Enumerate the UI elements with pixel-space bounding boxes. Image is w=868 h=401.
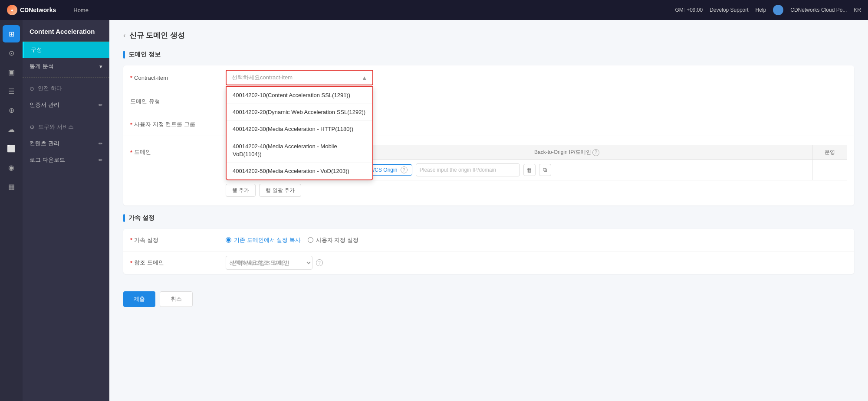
dropdown-option-3[interactable]: 40014202-40(Media Acceleration - Mobile … — [227, 138, 372, 163]
back-button[interactable]: ‹ — [123, 31, 126, 40]
origin-copy-btn[interactable]: ⧉ — [539, 164, 551, 176]
dropdown-option-2[interactable]: 40014202-30(Media Acceleration - HTTP(11… — [227, 121, 372, 138]
develop-support-link[interactable]: Develop Support — [710, 7, 748, 13]
app-layout: ⊞ ⊙ ▣ ☰ ⊛ ☁ ⬜ ◉ ▦ Content Acceleration 구… — [0, 20, 868, 401]
submit-row: 제출 취소 — [123, 283, 854, 316]
sidebar-item-log[interactable]: 로그 다운로드 ✏ — [23, 152, 109, 168]
origin-ip-input[interactable] — [416, 163, 520, 176]
add-row-buttons: 행 추가 행 일괄 추가 — [226, 184, 301, 197]
contract-item-dropdown-wrapper: 선택하세요contract-item ▲ 40014202-10(Content… — [226, 70, 373, 85]
add-row-btn[interactable]: 행 추가 — [226, 184, 256, 197]
edit-icon-content: ✏ — [99, 141, 102, 147]
sidebar-icon-dot[interactable]: ◉ — [3, 159, 20, 176]
sidebar-item-stats[interactable]: 통계 분석 — [23, 58, 109, 75]
sidebar-item-config[interactable]: 구성 — [23, 42, 109, 58]
section-bar — [123, 51, 125, 59]
sidebar-icons: ⊞ ⊙ ▣ ☰ ⊛ ☁ ⬜ ◉ ▦ — [0, 20, 23, 401]
lang-selector[interactable]: KR — [854, 7, 861, 13]
ref-domain-help-icon[interactable]: ? — [316, 259, 323, 266]
logo-text: CDNetworks — [20, 7, 56, 13]
origin-help-icon[interactable]: ? — [592, 149, 599, 156]
contract-item-label: * Contract-item — [123, 65, 219, 90]
sidebar-item-content[interactable]: 컨텐츠 관리 ✏ — [23, 135, 109, 152]
ref-domain-label: * 참조 도메인 — [123, 251, 219, 274]
domain-info-card: * Contract-item 선택하세요contract-item ▲ 400… — [123, 65, 854, 205]
accel-option1-label[interactable]: 기존 도메인에서 설정 복사 — [226, 236, 301, 244]
contract-item-row: * Contract-item 선택하세요contract-item ▲ 400… — [123, 65, 854, 90]
sidebar-item-cert[interactable]: 인증서 관리 ✏ — [23, 97, 109, 113]
accel-setting-value: 기존 도메인에서 설정 복사 사용자 지정 설정 — [219, 229, 854, 251]
chevron-up-icon: ▲ — [362, 75, 367, 81]
ref-domain-select[interactable]: 선택하세요참조 도메인 — [226, 256, 312, 270]
origin-delete-btn[interactable]: 🗑 — [523, 164, 536, 176]
origin-ops-cell — [812, 160, 847, 180]
submit-btn[interactable]: 제출 — [123, 291, 155, 307]
contract-item-dropdown-menu: 40014202-10(Content Acceleration SSL(129… — [226, 86, 373, 180]
origin-ops-header: 운영 — [812, 145, 847, 160]
ref-domain-value: 선택하세요참조 도메인 선택하세요참조 도메인 ? — [219, 251, 854, 274]
main-content: ‹ 신규 도메인 생성 도메인 정보 * Contract-item 선택하세요… — [109, 20, 868, 401]
accel-section-bar — [123, 214, 125, 222]
sidebar-item-security[interactable]: ⊙ 안전 하다 — [23, 80, 109, 97]
accel-setting-row: * 가속 설정 기존 도메인에서 설정 복사 사용자 지정 설정 — [123, 229, 854, 251]
top-nav: ● CDNetworks Home GMT+09:00 Develop Supp… — [0, 0, 868, 20]
sidebar-icon-table[interactable]: ▦ — [3, 178, 20, 195]
domain-type-label: 도메인 유형 — [123, 90, 219, 113]
dropdown-option-0[interactable]: 40014202-10(Content Acceleration SSL(129… — [227, 87, 372, 104]
ref-domain-select-wrapper: 선택하세요참조 도메인 선택하세요참조 도메인 ? — [226, 256, 323, 270]
edit-icon-log: ✏ — [99, 157, 102, 163]
sidebar-icon-gear: ⚙ — [30, 124, 35, 130]
dropdown-option-1[interactable]: 40014202-20(Dynamic Web Acceleration SSL… — [227, 104, 372, 121]
accel-section-title: 가속 설정 — [128, 214, 155, 222]
control-group-label: * 사용자 지정 컨트롤 그룹 — [123, 113, 219, 136]
help-link[interactable]: Help — [756, 7, 766, 13]
sidebar-icon-list[interactable]: ☰ — [3, 82, 20, 100]
sidebar-icon-lock[interactable]: ⊛ — [3, 101, 20, 119]
sidebar-icon-monitor[interactable]: ▣ — [3, 63, 20, 81]
cancel-btn[interactable]: 취소 — [160, 291, 193, 307]
sidebar-item-config-label: 구성 — [31, 46, 42, 54]
origin-ip-header: Back-to-Origin IP/도메인 ? — [322, 145, 812, 160]
contract-item-placeholder: 선택하세요contract-item — [232, 74, 293, 82]
accel-section-header: 가속 설정 — [123, 214, 854, 222]
origin-type-buttons: Own Origin WCS Origin ? 🗑 ⧉ — [326, 163, 808, 176]
accel-setting-label: * 가속 설정 — [123, 229, 219, 251]
sidebar-item-tools[interactable]: ⚙ 도구와 서비스 — [23, 119, 109, 135]
sidebar-icon-cloud[interactable]: ☁ — [3, 121, 20, 138]
logo: ● CDNetworks — [7, 5, 56, 15]
sidebar-icon-box[interactable]: ⬜ — [3, 140, 20, 157]
sidebar-icon-grid[interactable]: ⊞ — [3, 25, 20, 42]
domain-info-title: 도메인 정보 — [128, 51, 161, 59]
wcs-help-icon[interactable]: ? — [401, 166, 408, 173]
sidebar-item-security-label: 안전 하다 — [38, 85, 62, 92]
accel-radio-copy[interactable] — [226, 237, 231, 243]
accel-radio-custom[interactable] — [308, 237, 313, 243]
edit-icon-cert: ✏ — [99, 102, 102, 108]
sidebar-menu: Content Acceleration 구성 통계 분석 ⊙ 안전 하다 인증… — [23, 20, 109, 401]
user-name[interactable]: CDNetworks Cloud Po... — [790, 7, 847, 13]
logo-icon: ● — [7, 5, 17, 15]
domain-info-section-header: 도메인 정보 — [123, 51, 854, 59]
sidebar-title: Content Acceleration — [23, 20, 109, 42]
dropdown-option-4[interactable]: 40014202-50(Media Acceleration - VoD(120… — [227, 163, 372, 179]
origin-type-cell: Own Origin WCS Origin ? 🗑 ⧉ — [322, 160, 812, 180]
sidebar-item-cert-label: 인증서 관리 — [30, 101, 59, 109]
timezone: GMT+09:00 — [675, 7, 703, 13]
sidebar-icon-shield[interactable]: ⊙ — [3, 44, 20, 62]
ref-domain-row: * 참조 도메인 선택하세요참조 도메인 선택하세요참조 도메인 ? — [123, 251, 854, 274]
home-link[interactable]: Home — [73, 7, 89, 13]
sidebar-item-content-label: 컨텐츠 관리 — [30, 140, 59, 147]
accel-option2-label[interactable]: 사용자 지정 설정 — [308, 236, 358, 244]
sidebar-item-log-label: 로그 다운로드 — [30, 156, 65, 164]
accel-settings-card: * 가속 설정 기존 도메인에서 설정 복사 사용자 지정 설정 — [123, 229, 854, 274]
add-batch-btn[interactable]: 행 일괄 추가 — [259, 184, 301, 197]
sidebar-icon-shield2: ⊙ — [30, 85, 34, 92]
sidebar-item-stats-label: 통계 분석 — [30, 62, 54, 70]
user-avatar[interactable] — [773, 5, 783, 15]
contract-item-value: 선택하세요contract-item ▲ 40014202-10(Content… — [219, 65, 854, 90]
page-title: 신규 도메인 생성 — [129, 30, 185, 40]
domain-label: * 도메인 — [123, 140, 219, 162]
page-header: ‹ 신규 도메인 생성 — [123, 30, 854, 40]
sidebar-item-tools-label: 도구와 서비스 — [38, 123, 74, 131]
contract-item-dropdown-trigger[interactable]: 선택하세요contract-item ▲ — [226, 70, 373, 85]
